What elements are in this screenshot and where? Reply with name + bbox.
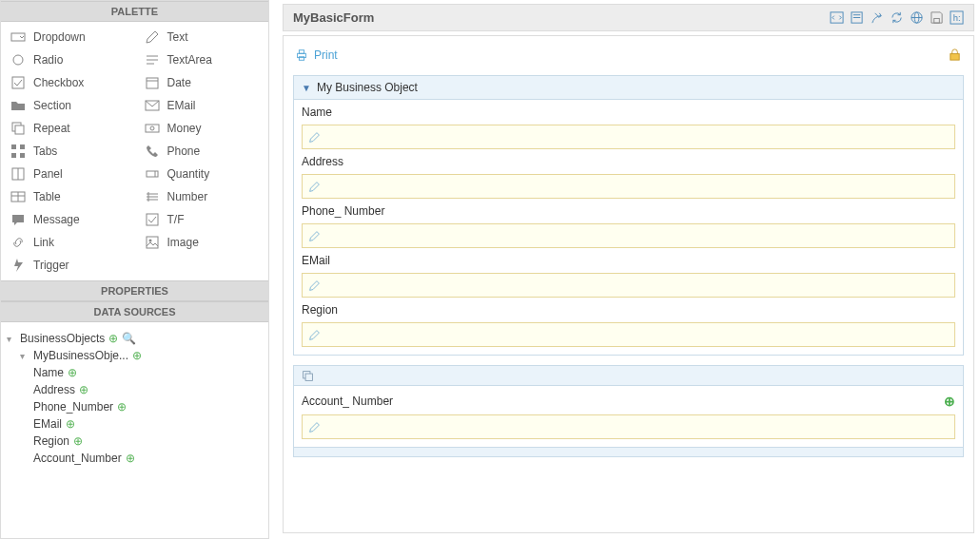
help-icon[interactable]: h: <box>950 10 964 25</box>
tree-node-field[interactable]: Account_Number⊕ <box>7 450 263 467</box>
field-label-account: Account_ Number <box>302 395 393 408</box>
folder-icon <box>10 98 26 113</box>
palette-item-label: Text <box>167 30 188 44</box>
add-row-icon[interactable]: ⊕ <box>944 394 955 409</box>
table-icon <box>10 189 26 204</box>
tree-label: Region <box>33 434 69 448</box>
palette-item-link[interactable]: Link <box>1 231 135 254</box>
add-icon[interactable]: ⊕ <box>117 400 127 414</box>
form-title: MyBasicForm <box>293 10 374 25</box>
repeat-footer <box>293 448 964 457</box>
add-icon[interactable]: ⊕ <box>108 332 118 345</box>
field-input-address[interactable] <box>302 174 955 199</box>
palette-item-tf[interactable]: T/F <box>135 208 269 231</box>
add-icon[interactable]: ⊕ <box>68 366 77 379</box>
tree-label: Address <box>33 383 75 396</box>
section-body: Name Address Phone_ Number EMail Region <box>294 100 963 355</box>
lock-icon[interactable] <box>948 48 962 62</box>
code-icon[interactable] <box>830 10 844 25</box>
palette-item-radio[interactable]: Radio <box>1 48 135 71</box>
image-icon <box>145 235 160 250</box>
palette-item-date[interactable]: Date <box>135 71 269 94</box>
palette-item-label: Dropdown <box>33 30 86 44</box>
palette-item-trigger[interactable]: Trigger <box>1 254 135 277</box>
print-label: Print <box>314 48 338 62</box>
svg-rect-28 <box>147 214 158 225</box>
add-icon[interactable]: ⊕ <box>126 452 135 465</box>
palette-item-label: Money <box>167 122 202 135</box>
palette-item-image[interactable]: Image <box>135 231 269 254</box>
palette-item-number[interactable]: Number <box>135 185 269 208</box>
field-input-email[interactable] <box>302 273 955 298</box>
palette-item-quantity[interactable]: Quantity <box>135 163 269 185</box>
field-input-phone[interactable] <box>302 223 955 248</box>
palette-item-message[interactable]: Message <box>1 208 135 231</box>
form-titlebar: MyBasicForm h: <box>283 4 974 31</box>
print-link[interactable]: Print <box>295 48 338 62</box>
palette-item-email[interactable]: EMail <box>135 94 269 117</box>
palette-item-repeat[interactable]: Repeat <box>1 117 135 140</box>
tree-node-object[interactable]: ▾ MyBusinessObje... ⊕ <box>7 347 263 364</box>
right-panel: MyBasicForm h: Print ▼ My Business Objec… <box>269 0 980 539</box>
tree-label: EMail <box>33 417 62 431</box>
properties-header[interactable]: PROPERTIES <box>1 280 268 301</box>
palette-item-textarea[interactable]: TextArea <box>135 48 269 71</box>
checkbox-icon <box>145 212 160 227</box>
svg-point-30 <box>148 240 151 242</box>
repeat-icon <box>10 121 26 136</box>
svg-rect-7 <box>11 153 16 158</box>
tree-node-root[interactable]: ▾ BusinessObjects ⊕ 🔍 <box>7 330 263 347</box>
field-input-region[interactable] <box>302 322 955 347</box>
palette-item-checkbox[interactable]: Checkbox <box>1 71 135 94</box>
edit-icon <box>308 181 321 193</box>
repeat-header[interactable] <box>293 365 964 386</box>
palette-item-tabs[interactable]: Tabs <box>1 140 135 163</box>
palette-header: PALETTE <box>1 1 268 22</box>
form-icon[interactable] <box>850 10 864 25</box>
globe-icon[interactable] <box>910 10 924 25</box>
run-icon[interactable] <box>870 10 884 25</box>
edit-icon <box>308 279 321 292</box>
palette-item-label: Date <box>167 76 191 89</box>
add-icon[interactable]: ⊕ <box>79 383 88 396</box>
palette-item-table[interactable]: Table <box>1 185 135 208</box>
palette-item-section[interactable]: Section <box>1 94 135 117</box>
palette-item-label: Panel <box>33 167 63 181</box>
add-icon[interactable]: ⊕ <box>73 434 83 448</box>
section-header[interactable]: ▼ My Business Object <box>294 76 963 100</box>
field-input-name[interactable] <box>302 125 955 149</box>
add-icon[interactable]: ⊕ <box>66 417 75 431</box>
palette-item-label: Link <box>33 236 54 249</box>
palette-item-dropdown[interactable]: Dropdown <box>1 26 135 48</box>
svg-rect-38 <box>934 18 940 23</box>
palette-item-money[interactable]: Money <box>135 117 269 140</box>
refresh-icon[interactable] <box>890 10 904 25</box>
datasource-tree: ▾ BusinessObjects ⊕ 🔍 ▾ MyBusinessObje..… <box>1 322 268 474</box>
collapse-icon[interactable]: ▾ <box>20 351 29 361</box>
collapse-icon[interactable]: ▾ <box>7 334 16 344</box>
add-icon[interactable]: ⊕ <box>132 349 142 362</box>
print-icon <box>295 48 308 62</box>
grid-icon <box>10 144 26 159</box>
repeat-section: Account_ Number ⊕ <box>293 365 964 457</box>
tree-node-field[interactable]: Phone_Number⊕ <box>7 398 263 415</box>
tree-node-field[interactable]: Name⊕ <box>7 364 263 381</box>
datasources-header[interactable]: DATA SOURCES <box>1 301 268 322</box>
save-icon[interactable] <box>930 10 944 25</box>
tree-node-field[interactable]: Region⊕ <box>7 433 263 450</box>
toolbar-icons: h: <box>830 10 964 25</box>
repeat-icon <box>302 370 314 382</box>
svg-rect-46 <box>305 374 312 380</box>
field-input-account[interactable] <box>302 414 955 439</box>
tree-node-field[interactable]: EMail⊕ <box>7 415 263 433</box>
palette-item-phone[interactable]: Phone <box>135 140 269 163</box>
palette-item-text[interactable]: Text <box>135 26 269 48</box>
search-icon[interactable]: 🔍 <box>122 332 136 345</box>
palette-item-label: Number <box>167 190 208 203</box>
envelope-icon <box>145 98 160 113</box>
palette-item-panel[interactable]: Panel <box>1 163 135 185</box>
account-row: Account_ Number ⊕ <box>302 394 955 409</box>
tree-node-field[interactable]: Address⊕ <box>7 381 263 398</box>
palette-item-label: Phone <box>167 144 201 158</box>
svg-rect-2 <box>12 77 24 88</box>
